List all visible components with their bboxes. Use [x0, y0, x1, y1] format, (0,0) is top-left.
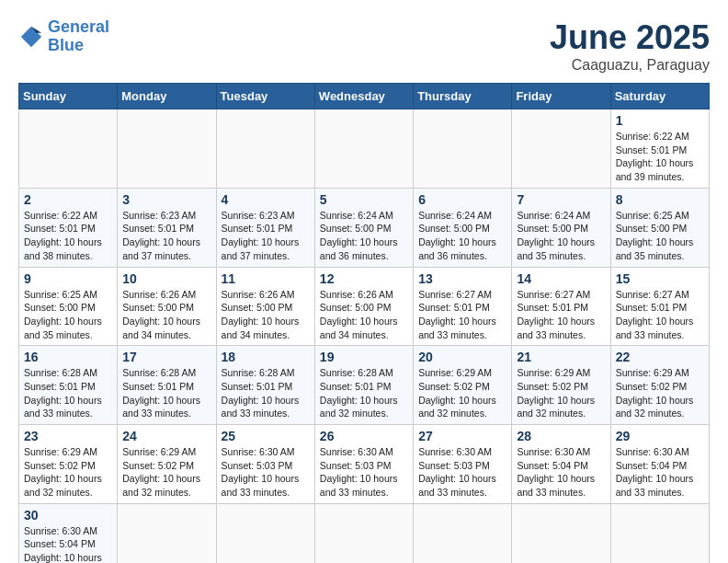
day-info: Sunrise: 6:25 AM Sunset: 5:00 PM Dayligh… — [24, 288, 112, 342]
day-number: 5 — [320, 192, 408, 207]
day-number: 25 — [222, 429, 310, 443]
day-number: 24 — [122, 429, 210, 443]
col-thursday: Thursday — [414, 84, 512, 109]
day-number: 19 — [320, 350, 408, 364]
day-info: Sunrise: 6:30 AM Sunset: 5:04 PM Dayligh… — [24, 524, 112, 563]
calendar-cell: 27Sunrise: 6:30 AM Sunset: 5:03 PM Dayli… — [414, 425, 512, 504]
day-number: 10 — [122, 271, 210, 286]
week-row-6: 30Sunrise: 6:30 AM Sunset: 5:04 PM Dayli… — [19, 503, 710, 563]
day-number: 21 — [517, 350, 605, 364]
day-number: 15 — [616, 271, 704, 286]
calendar-cell: 29Sunrise: 6:30 AM Sunset: 5:04 PM Dayli… — [610, 425, 709, 504]
col-wednesday: Wednesday — [314, 84, 413, 109]
day-number: 30 — [24, 508, 112, 523]
calendar-cell — [118, 503, 216, 563]
calendar-cell — [118, 109, 216, 189]
calendar-cell: 10Sunrise: 6:26 AM Sunset: 5:00 PM Dayli… — [118, 267, 216, 346]
calendar-cell: 23Sunrise: 6:29 AM Sunset: 5:02 PM Dayli… — [19, 425, 118, 504]
col-saturday: Saturday — [610, 84, 709, 109]
week-row-4: 16Sunrise: 6:28 AM Sunset: 5:01 PM Dayli… — [19, 346, 710, 425]
day-info: Sunrise: 6:30 AM Sunset: 5:03 PM Dayligh… — [320, 445, 408, 500]
calendar-cell — [19, 109, 118, 189]
calendar-cell — [512, 503, 610, 563]
calendar-cell — [216, 503, 314, 563]
col-tuesday: Tuesday — [216, 84, 314, 109]
calendar-cell: 30Sunrise: 6:30 AM Sunset: 5:04 PM Dayli… — [19, 503, 118, 563]
day-info: Sunrise: 6:29 AM Sunset: 5:02 PM Dayligh… — [122, 445, 210, 500]
calendar-cell: 3Sunrise: 6:23 AM Sunset: 5:01 PM Daylig… — [118, 188, 216, 267]
day-info: Sunrise: 6:24 AM Sunset: 5:00 PM Dayligh… — [517, 209, 605, 263]
week-row-3: 9Sunrise: 6:25 AM Sunset: 5:00 PM Daylig… — [19, 267, 710, 346]
day-info: Sunrise: 6:24 AM Sunset: 5:00 PM Dayligh… — [320, 209, 408, 263]
day-number: 18 — [222, 350, 310, 364]
day-info: Sunrise: 6:30 AM Sunset: 5:03 PM Dayligh… — [418, 445, 506, 500]
col-monday: Monday — [118, 84, 216, 109]
calendar-cell: 28Sunrise: 6:30 AM Sunset: 5:04 PM Dayli… — [512, 425, 610, 504]
day-number: 11 — [222, 271, 310, 286]
day-info: Sunrise: 6:23 AM Sunset: 5:01 PM Dayligh… — [122, 209, 210, 263]
day-info: Sunrise: 6:29 AM Sunset: 5:02 PM Dayligh… — [616, 366, 704, 420]
calendar-cell: 14Sunrise: 6:27 AM Sunset: 5:01 PM Dayli… — [512, 267, 610, 346]
col-sunday: Sunday — [19, 84, 118, 109]
day-info: Sunrise: 6:25 AM Sunset: 5:00 PM Dayligh… — [616, 209, 704, 263]
day-info: Sunrise: 6:28 AM Sunset: 5:01 PM Dayligh… — [320, 366, 408, 420]
day-info: Sunrise: 6:29 AM Sunset: 5:02 PM Dayligh… — [418, 366, 506, 420]
calendar-cell — [414, 503, 512, 563]
day-info: Sunrise: 6:26 AM Sunset: 5:00 PM Dayligh… — [222, 288, 310, 342]
calendar-cell: 24Sunrise: 6:29 AM Sunset: 5:02 PM Dayli… — [118, 425, 216, 504]
calendar-cell: 2Sunrise: 6:22 AM Sunset: 5:01 PM Daylig… — [19, 188, 118, 267]
day-number: 4 — [222, 192, 310, 207]
day-number: 8 — [616, 192, 704, 207]
calendar-cell: 18Sunrise: 6:28 AM Sunset: 5:01 PM Dayli… — [216, 346, 314, 425]
day-number: 7 — [517, 192, 605, 207]
day-number: 26 — [320, 429, 408, 443]
day-info: Sunrise: 6:29 AM Sunset: 5:02 PM Dayligh… — [517, 366, 605, 420]
day-number: 9 — [24, 271, 112, 286]
calendar-cell: 13Sunrise: 6:27 AM Sunset: 5:01 PM Dayli… — [414, 267, 512, 346]
day-number: 20 — [418, 350, 506, 364]
col-friday: Friday — [512, 84, 610, 109]
day-info: Sunrise: 6:30 AM Sunset: 5:03 PM Dayligh… — [222, 445, 310, 500]
day-info: Sunrise: 6:23 AM Sunset: 5:01 PM Dayligh… — [222, 209, 310, 263]
logo: GeneralBlue — [18, 18, 109, 55]
logo-icon — [18, 24, 44, 50]
day-info: Sunrise: 6:28 AM Sunset: 5:01 PM Dayligh… — [122, 366, 210, 420]
day-info: Sunrise: 6:29 AM Sunset: 5:02 PM Dayligh… — [24, 445, 112, 500]
calendar-cell — [414, 109, 512, 189]
calendar-cell: 6Sunrise: 6:24 AM Sunset: 5:00 PM Daylig… — [414, 188, 512, 267]
calendar-cell: 20Sunrise: 6:29 AM Sunset: 5:02 PM Dayli… — [414, 346, 512, 425]
day-number: 23 — [24, 429, 112, 443]
week-row-5: 23Sunrise: 6:29 AM Sunset: 5:02 PM Dayli… — [19, 425, 710, 504]
day-info: Sunrise: 6:24 AM Sunset: 5:00 PM Dayligh… — [418, 209, 506, 263]
calendar-cell: 21Sunrise: 6:29 AM Sunset: 5:02 PM Dayli… — [512, 346, 610, 425]
day-info: Sunrise: 6:27 AM Sunset: 5:01 PM Dayligh… — [616, 288, 704, 342]
calendar-cell: 4Sunrise: 6:23 AM Sunset: 5:01 PM Daylig… — [216, 188, 314, 267]
calendar-cell: 11Sunrise: 6:26 AM Sunset: 5:00 PM Dayli… — [216, 267, 314, 346]
day-info: Sunrise: 6:30 AM Sunset: 5:04 PM Dayligh… — [616, 445, 704, 500]
day-number: 1 — [616, 113, 704, 128]
calendar-cell: 5Sunrise: 6:24 AM Sunset: 5:00 PM Daylig… — [314, 188, 413, 267]
day-info: Sunrise: 6:22 AM Sunset: 5:01 PM Dayligh… — [616, 130, 704, 184]
calendar-cell — [610, 503, 709, 563]
day-info: Sunrise: 6:26 AM Sunset: 5:00 PM Dayligh… — [320, 288, 408, 342]
calendar-table: Sunday Monday Tuesday Wednesday Thursday… — [18, 83, 710, 563]
svg-marker-0 — [21, 27, 41, 47]
calendar-cell: 22Sunrise: 6:29 AM Sunset: 5:02 PM Dayli… — [610, 346, 709, 425]
calendar-cell — [314, 503, 413, 563]
calendar-header-row: Sunday Monday Tuesday Wednesday Thursday… — [19, 84, 710, 109]
day-number: 29 — [616, 429, 704, 443]
title-area: June 2025 Caaguazu, Paraguay — [550, 18, 710, 74]
day-info: Sunrise: 6:28 AM Sunset: 5:01 PM Dayligh… — [24, 366, 112, 420]
calendar-cell — [216, 109, 314, 189]
calendar-cell: 9Sunrise: 6:25 AM Sunset: 5:00 PM Daylig… — [19, 267, 118, 346]
calendar-cell: 12Sunrise: 6:26 AM Sunset: 5:00 PM Dayli… — [314, 267, 413, 346]
day-number: 16 — [24, 350, 112, 364]
day-number: 14 — [517, 271, 605, 286]
day-number: 6 — [418, 192, 506, 207]
day-number: 2 — [24, 192, 112, 207]
calendar-cell: 8Sunrise: 6:25 AM Sunset: 5:00 PM Daylig… — [610, 188, 709, 267]
calendar-cell: 26Sunrise: 6:30 AM Sunset: 5:03 PM Dayli… — [314, 425, 413, 504]
month-title: June 2025 — [550, 18, 710, 57]
calendar-cell: 15Sunrise: 6:27 AM Sunset: 5:01 PM Dayli… — [610, 267, 709, 346]
calendar-cell: 25Sunrise: 6:30 AM Sunset: 5:03 PM Dayli… — [216, 425, 314, 504]
